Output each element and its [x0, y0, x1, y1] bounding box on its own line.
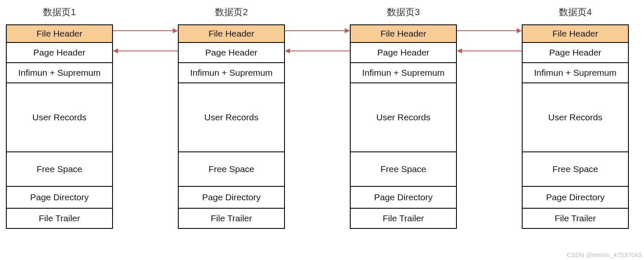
free-space-block: Free Space — [522, 152, 629, 187]
file-trailer-block: File Trailer — [350, 209, 457, 229]
file-header-block: File Header — [178, 24, 285, 43]
page-directory-block: Page Directory — [522, 187, 629, 209]
page-directory-block: Page Directory — [350, 187, 457, 209]
watermark: CSDN @weixin_47537043 — [567, 252, 641, 258]
infimum-supremum-block: Infimun + Supremum — [178, 63, 285, 83]
arrow-left-icon — [457, 48, 462, 53]
page-directory-block: Page Directory — [178, 187, 285, 209]
file-header-block: File Header — [6, 24, 113, 43]
page-header-block: Page Header — [6, 43, 113, 63]
user-records-block: User Records — [522, 83, 629, 152]
page-header-block: Page Header — [522, 43, 629, 63]
data-page-3: 数据页3File HeaderPage HeaderInfimun + Supr… — [350, 6, 457, 229]
infimum-supremum-block: Infimun + Supremum — [6, 63, 113, 83]
forward-arrow-line — [113, 30, 174, 31]
arrow-left-icon — [113, 48, 118, 53]
page-title: 数据页1 — [6, 6, 113, 19]
page-directory-block: Page Directory — [6, 187, 113, 209]
free-space-block: Free Space — [178, 152, 285, 187]
backward-arrow-line — [289, 50, 350, 51]
data-page-4: 数据页4File HeaderPage HeaderInfimun + Supr… — [522, 6, 629, 229]
user-records-block: User Records — [178, 83, 285, 152]
file-trailer-block: File Trailer — [522, 209, 629, 229]
free-space-block: Free Space — [350, 152, 457, 187]
backward-arrow-line — [461, 50, 522, 51]
page-title: 数据页2 — [178, 6, 285, 19]
data-page-1: 数据页1File HeaderPage HeaderInfimun + Supr… — [6, 6, 113, 229]
infimum-supremum-block: Infimun + Supremum — [522, 63, 629, 83]
page-header-block: Page Header — [350, 43, 457, 63]
user-records-block: User Records — [6, 83, 113, 152]
file-header-block: File Header — [350, 24, 457, 43]
infimum-supremum-block: Infimun + Supremum — [350, 63, 457, 83]
page-header-block: Page Header — [178, 43, 285, 63]
free-space-block: Free Space — [6, 152, 113, 187]
file-trailer-block: File Trailer — [178, 209, 285, 229]
page-title: 数据页4 — [522, 6, 629, 19]
arrow-right-icon — [517, 28, 522, 33]
backward-arrow-line — [117, 50, 178, 51]
data-page-2: 数据页2File HeaderPage HeaderInfimun + Supr… — [178, 6, 285, 229]
diagram-stage: 数据页1File HeaderPage HeaderInfimun + Supr… — [0, 0, 644, 260]
file-trailer-block: File Trailer — [6, 209, 113, 229]
forward-arrow-line — [457, 30, 518, 31]
user-records-block: User Records — [350, 83, 457, 152]
arrow-right-icon — [345, 28, 350, 33]
forward-arrow-line — [285, 30, 346, 31]
arrow-right-icon — [173, 28, 178, 33]
file-header-block: File Header — [522, 24, 629, 43]
arrow-left-icon — [285, 48, 290, 53]
page-title: 数据页3 — [350, 6, 457, 19]
